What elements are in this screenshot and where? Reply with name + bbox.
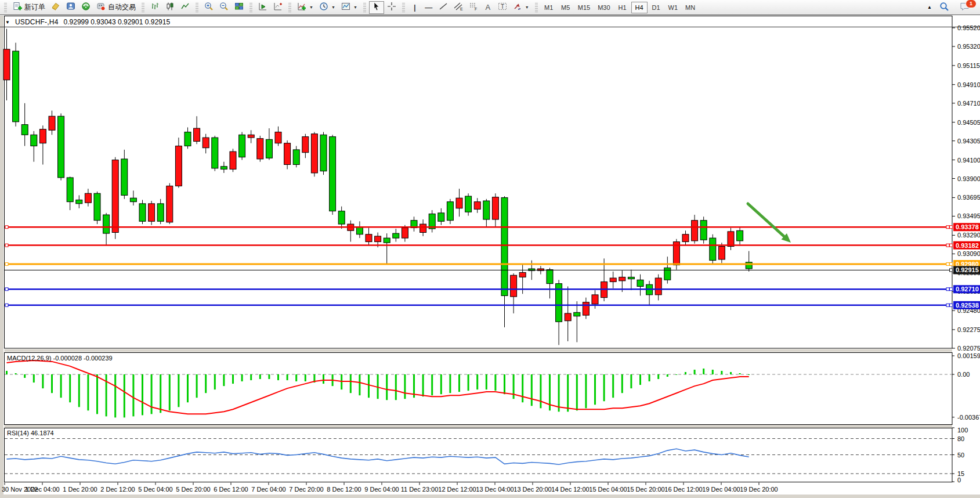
toolbar-grip[interactable] xyxy=(363,3,366,12)
chart-shift-button[interactable] xyxy=(270,1,285,14)
fibonacci-button[interactable]: F xyxy=(466,1,481,14)
timeframe-button-M15[interactable]: M15 xyxy=(574,2,594,13)
candle xyxy=(547,270,553,284)
chart-collapse-icon[interactable]: ▼ xyxy=(5,20,10,25)
tile-windows-button[interactable] xyxy=(232,1,247,14)
macd-axis-label: 0.001592 xyxy=(957,352,980,359)
line-anchor-handle[interactable] xyxy=(5,226,8,229)
macd-histogram-bar xyxy=(87,374,89,410)
text-button[interactable]: A xyxy=(481,1,495,14)
community-button[interactable] xyxy=(63,1,78,14)
time-axis-label: 9 Dec 04:00 xyxy=(364,486,399,493)
macd-histogram-bar xyxy=(440,374,442,394)
macd-histogram-bar xyxy=(214,374,216,389)
timeframe-group: M1M5M15M30H1H4D1W1MN xyxy=(541,2,699,13)
window-bottom-edge xyxy=(0,495,980,498)
toolbar-grip[interactable] xyxy=(535,3,538,12)
price-axis-label: 0.92075 xyxy=(957,345,980,352)
candles-type-button[interactable] xyxy=(162,1,178,14)
candle xyxy=(284,143,291,165)
rsi-axis-label: 50 xyxy=(957,452,964,459)
macd-histogram-bar xyxy=(151,374,153,414)
candle xyxy=(76,200,82,203)
line-anchor-handle[interactable] xyxy=(946,262,949,265)
indicators-button[interactable]: ▼ xyxy=(294,1,316,14)
timeframe-button-MN[interactable]: MN xyxy=(682,2,699,13)
line-anchor-handle[interactable] xyxy=(946,226,949,229)
horizontal-line-button[interactable]: — xyxy=(422,1,436,14)
main-pane[interactable] xyxy=(5,16,953,349)
macd-histogram-bar xyxy=(241,374,243,381)
svg-text:F: F xyxy=(475,7,477,11)
auto-scroll-button[interactable] xyxy=(255,1,270,14)
autotrading-button[interactable]: 自动交易 xyxy=(93,1,139,14)
macd-pane[interactable] xyxy=(5,353,953,425)
toolbar-grip[interactable] xyxy=(4,3,7,12)
toolbar-grip[interactable] xyxy=(288,3,291,12)
toolbar-grip[interactable] xyxy=(196,3,198,12)
toolbar-grip[interactable] xyxy=(142,3,144,12)
timeframe-button-M30[interactable]: M30 xyxy=(594,2,613,13)
bars-type-button[interactable] xyxy=(147,1,162,14)
toolbar-grip[interactable] xyxy=(402,3,405,12)
zoom-out-button[interactable] xyxy=(216,1,232,14)
line-anchor-handle[interactable] xyxy=(946,304,949,306)
toolbar-grip[interactable] xyxy=(249,3,252,12)
styler-button[interactable] xyxy=(48,1,63,14)
new-order-button[interactable]: 新订单 xyxy=(10,1,48,14)
timeframe-button-D1[interactable]: D1 xyxy=(648,2,664,13)
macd-histogram-bar xyxy=(268,374,270,379)
macd-histogram-bar xyxy=(305,374,306,381)
candle xyxy=(728,232,734,247)
line-anchor-handle[interactable] xyxy=(5,288,8,291)
arrow-objects-button[interactable]: ▼ xyxy=(510,1,532,14)
periods-button[interactable]: ▼ xyxy=(316,1,338,14)
line-type-icon xyxy=(180,2,190,13)
chart-shift-icon xyxy=(273,2,283,13)
timeframe-button-M1[interactable]: M1 xyxy=(541,2,557,13)
rsi-axis-label: 100 xyxy=(957,427,968,434)
pane-splitter[interactable] xyxy=(5,349,953,352)
macd-histogram-bar xyxy=(657,374,659,379)
price-axis-label: 0.94710 xyxy=(957,100,980,107)
line-anchor-handle[interactable] xyxy=(5,304,8,306)
macd-histogram-bar xyxy=(558,374,560,412)
macd-histogram-bar xyxy=(42,374,44,388)
line-type-button[interactable] xyxy=(178,1,193,14)
time-axis-label: 14 Dec 12:00 xyxy=(551,486,589,493)
vertical-line-button[interactable]: | xyxy=(408,1,422,14)
notifications-button[interactable]: 1 xyxy=(957,1,973,14)
rsi-pane[interactable] xyxy=(5,428,953,482)
line-anchor-handle[interactable] xyxy=(946,288,949,291)
candle xyxy=(39,129,46,143)
search-button[interactable] xyxy=(936,1,952,14)
text-label-button[interactable]: T xyxy=(495,1,510,14)
cursor-button[interactable] xyxy=(369,1,384,14)
trendline-button[interactable] xyxy=(436,1,451,14)
macd-histogram-bar xyxy=(178,374,179,407)
candle xyxy=(103,215,110,233)
price-box-connector xyxy=(950,304,953,306)
timeframe-button-W1[interactable]: W1 xyxy=(665,2,682,13)
candle xyxy=(185,132,191,146)
macd-histogram-bar xyxy=(368,374,370,398)
candle xyxy=(356,227,363,234)
templates-button[interactable]: ▼ xyxy=(338,1,360,14)
line-anchor-handle[interactable] xyxy=(5,262,8,265)
line-anchor-handle[interactable] xyxy=(946,244,949,247)
timeframe-button-H1[interactable]: H1 xyxy=(614,2,631,13)
equidistant-channel-button[interactable]: E xyxy=(451,1,466,14)
candle xyxy=(139,204,146,221)
zoom-in-button[interactable] xyxy=(201,1,216,14)
candle xyxy=(465,196,472,212)
timeframe-button-H4[interactable]: H4 xyxy=(631,2,648,13)
line-anchor-handle[interactable] xyxy=(5,244,8,247)
crosshair-button[interactable] xyxy=(384,1,399,14)
window-left-edge xyxy=(0,16,3,495)
timeframe-button-M5[interactable]: M5 xyxy=(558,2,574,13)
chart-canvas[interactable]: 0.955200.953200.951150.949100.947100.945… xyxy=(0,0,980,498)
pane-splitter[interactable] xyxy=(5,425,953,428)
candle xyxy=(637,280,643,286)
autotrading-label: 自动交易 xyxy=(108,2,136,12)
signals-button[interactable] xyxy=(78,1,93,14)
